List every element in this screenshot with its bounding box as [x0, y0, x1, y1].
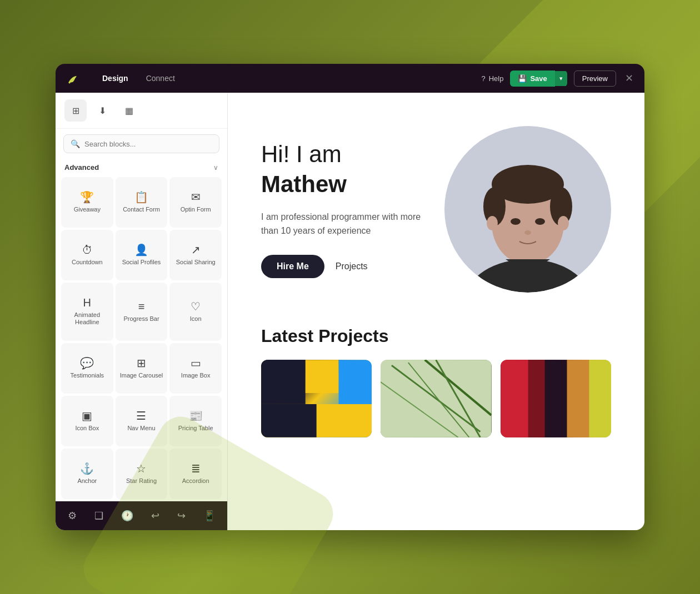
top-bar: Design Connect ? Help 💾 Save ▾ Preview ✕: [56, 64, 644, 93]
block-item-social-sharing[interactable]: ↗Social Sharing: [169, 230, 222, 280]
settings-icon[interactable]: ⚙: [64, 506, 80, 525]
section-title: Advanced: [64, 163, 99, 172]
mobile-icon[interactable]: 📱: [200, 506, 219, 525]
optin-form-icon: ✉: [191, 192, 201, 203]
icon-box-label: Icon Box: [75, 425, 99, 432]
panel-icon-grid[interactable]: ⊞: [64, 99, 87, 122]
panel-icon-download[interactable]: ⬇: [91, 99, 113, 122]
history-icon[interactable]: 🕐: [118, 506, 137, 525]
svg-rect-24: [501, 360, 528, 437]
block-item-optin-form[interactable]: ✉Optin Form: [169, 177, 222, 228]
hero-name: Mathew: [261, 170, 422, 198]
layers-icon[interactable]: ❑: [91, 506, 107, 525]
svg-point-8: [511, 218, 521, 225]
latest-projects-title: Latest Projects: [261, 326, 611, 346]
left-panel: ⊞ ⬇ ▦ 🔍 Advanced ∨ 🏆Giveaway📋Contact For…: [56, 93, 228, 530]
preview-button[interactable]: Preview: [574, 71, 616, 87]
progress-bar-label: Progress Bar: [123, 315, 159, 323]
block-item-image-box[interactable]: ▭Image Box: [169, 343, 222, 394]
image-box-label: Image Box: [181, 372, 211, 379]
save-btn-group: 💾 Save ▾: [510, 71, 567, 87]
undo-icon[interactable]: ↩: [148, 506, 163, 525]
hero-description: I am professional programmer with more t…: [261, 210, 422, 238]
block-item-nav-menu[interactable]: ☰Nav Menu: [116, 396, 168, 446]
top-bar-tabs: Design Connect: [96, 71, 182, 86]
person-portrait-svg: [444, 126, 611, 293]
countdown-label: Countdown: [72, 259, 103, 266]
tab-design[interactable]: Design: [96, 71, 135, 86]
project-card-1[interactable]: [261, 360, 372, 437]
hire-me-button[interactable]: Hire Me: [261, 255, 324, 278]
main-content: ⊞ ⬇ ▦ 🔍 Advanced ∨ 🏆Giveaway📋Contact For…: [56, 93, 644, 530]
optin-form-label: Optin Form: [181, 206, 211, 213]
svg-point-9: [535, 218, 545, 225]
animated-headline-label: Animated Headline: [64, 311, 110, 326]
svg-rect-28: [589, 360, 611, 437]
block-item-countdown[interactable]: ⏱Countdown: [61, 230, 113, 280]
social-profiles-icon: 👤: [134, 244, 148, 255]
giveaway-icon: 🏆: [80, 192, 94, 203]
block-item-accordion[interactable]: ≣Accordion: [169, 449, 222, 499]
image-carousel-icon: ⊞: [137, 358, 146, 369]
icon-icon: ♡: [191, 301, 201, 312]
social-sharing-icon: ↗: [191, 244, 201, 255]
panel-icons-row: ⊞ ⬇ ▦: [56, 93, 227, 129]
search-input[interactable]: [84, 140, 212, 148]
block-item-star-rating[interactable]: ☆Star Rating: [116, 449, 168, 499]
nav-menu-label: Nav Menu: [127, 425, 155, 432]
main-window: Design Connect ? Help 💾 Save ▾ Preview ✕: [56, 64, 644, 530]
block-item-icon[interactable]: ♡Icon: [169, 283, 222, 340]
svg-rect-17: [261, 404, 317, 437]
project-card-2[interactable]: [381, 360, 491, 437]
block-item-giveaway[interactable]: 🏆Giveaway: [61, 177, 113, 228]
anchor-icon: ⚓: [80, 463, 94, 474]
star-rating-icon: ☆: [136, 463, 146, 474]
block-item-testimonials[interactable]: 💬Testimonials: [61, 343, 113, 394]
svg-rect-15: [339, 360, 372, 404]
save-button[interactable]: 💾 Save: [510, 71, 554, 87]
top-bar-right: ? Help 💾 Save ▾ Preview ✕: [481, 70, 636, 87]
hero-section: Hi! I am Mathew I am professional progra…: [261, 126, 611, 293]
bottom-toolbar: ⚙ ❑ 🕐 ↩ ↪ 📱: [56, 501, 227, 530]
svg-rect-26: [544, 360, 567, 437]
block-item-animated-headline[interactable]: HAnimated Headline: [61, 283, 113, 340]
redo-icon[interactable]: ↪: [174, 506, 189, 525]
pricing-table-label: Pricing Table: [178, 425, 213, 432]
block-item-image-carousel[interactable]: ⊞Image Carousel: [116, 343, 168, 394]
projects-button[interactable]: Projects: [336, 261, 368, 271]
svg-point-11: [487, 216, 498, 230]
block-item-progress-bar[interactable]: ≡Progress Bar: [116, 283, 168, 340]
block-item-anchor[interactable]: ⚓Anchor: [61, 449, 113, 499]
tab-connect[interactable]: Connect: [139, 71, 182, 86]
help-label: Help: [489, 74, 504, 83]
leaf-logo-icon: [66, 71, 81, 85]
save-dropdown-button[interactable]: ▾: [555, 71, 567, 86]
right-content: Hi! I am Mathew I am professional progra…: [228, 93, 644, 530]
block-item-icon-box[interactable]: ▣Icon Box: [61, 396, 113, 446]
block-item-pricing-table[interactable]: 📰Pricing Table: [169, 396, 222, 446]
icon-box-icon: ▣: [82, 410, 92, 421]
svg-rect-27: [567, 360, 589, 437]
help-button[interactable]: ? Help: [481, 74, 503, 83]
testimonials-label: Testimonials: [71, 372, 104, 379]
countdown-icon: ⏱: [82, 244, 93, 255]
section-chevron-icon[interactable]: ∨: [213, 164, 218, 172]
logo-icon: [64, 69, 82, 87]
animated-headline-icon: H: [83, 297, 91, 308]
testimonials-icon: 💬: [80, 358, 94, 369]
block-item-social-profiles[interactable]: 👤Social Profiles: [116, 230, 168, 280]
latest-projects-section: Latest Projects: [261, 326, 611, 437]
search-icon: 🔍: [71, 139, 80, 148]
close-button[interactable]: ✕: [623, 70, 636, 87]
hero-text: Hi! I am Mathew I am professional progra…: [261, 140, 422, 278]
svg-rect-14: [306, 360, 339, 393]
projects-grid: [261, 360, 611, 437]
hero-buttons: Hire Me Projects: [261, 255, 422, 278]
block-item-contact-form[interactable]: 📋Contact Form: [116, 177, 168, 228]
project-card-3[interactable]: [501, 360, 611, 437]
help-icon: ?: [481, 74, 485, 83]
anchor-label: Anchor: [77, 477, 97, 485]
blocks-grid: 🏆Giveaway📋Contact Form✉Optin Form⏱Countd…: [56, 175, 227, 501]
panel-icon-table[interactable]: ▦: [118, 99, 140, 122]
hero-greeting: Hi! I am: [261, 140, 422, 168]
